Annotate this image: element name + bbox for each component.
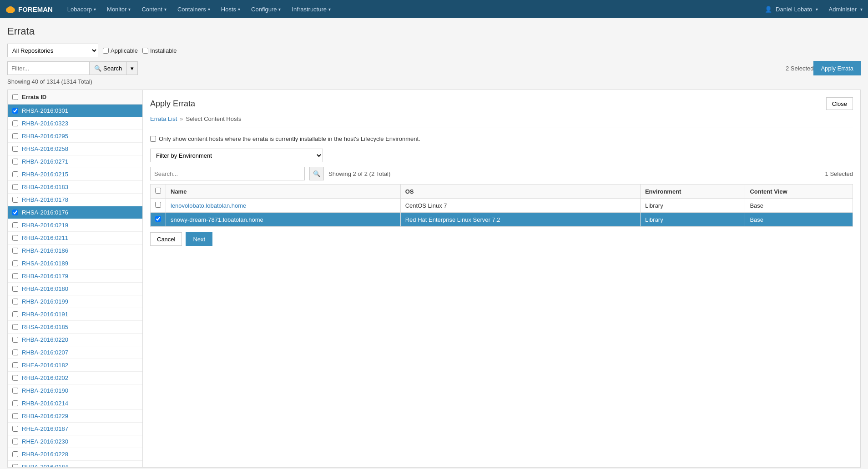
errata-id-link[interactable]: RHBA-2016:0219 bbox=[22, 222, 68, 229]
errata-checkbox[interactable] bbox=[12, 197, 18, 203]
search-dropdown-button[interactable]: ▾ bbox=[127, 61, 138, 75]
errata-checkbox[interactable] bbox=[12, 171, 18, 177]
errata-id-link[interactable]: RHSA-2016:0176 bbox=[22, 209, 68, 216]
list-item[interactable]: RHBA-2016:0220 bbox=[8, 334, 142, 346]
list-item[interactable]: RHBA-2016:0323 bbox=[8, 117, 142, 130]
breadcrumb-errata-list-link[interactable]: Errata List bbox=[150, 115, 177, 122]
table-row[interactable]: snowy-dream-7871.lobatolan.home Red Hat … bbox=[151, 213, 853, 227]
errata-id-link[interactable]: RHEA-2016:0187 bbox=[22, 425, 68, 432]
errata-id-link[interactable]: RHBA-2016:0214 bbox=[22, 400, 68, 407]
installable-checkbox[interactable] bbox=[142, 48, 148, 54]
apply-errata-button[interactable]: Apply Errata bbox=[813, 61, 861, 75]
errata-id-link[interactable]: RHBA-2016:0186 bbox=[22, 247, 68, 254]
errata-id-link[interactable]: RHBA-2016:0295 bbox=[22, 133, 68, 140]
nav-infrastructure[interactable]: Infrastructure ▾ bbox=[286, 0, 336, 18]
hosts-select-all-checkbox[interactable] bbox=[155, 188, 161, 194]
close-button[interactable]: Close bbox=[826, 97, 853, 110]
errata-id-link[interactable]: RHBA-2016:0220 bbox=[22, 336, 68, 343]
errata-id-link[interactable]: RHBA-2016:0183 bbox=[22, 184, 68, 190]
errata-checkbox[interactable] bbox=[12, 439, 18, 444]
repo-select[interactable]: All Repositories bbox=[7, 44, 98, 57]
errata-id-link[interactable]: RHBA-2016:0191 bbox=[22, 311, 68, 318]
list-item[interactable]: RHBA-2016:0202 bbox=[8, 372, 142, 384]
nav-containers[interactable]: Containers ▾ bbox=[172, 0, 216, 18]
errata-checkbox[interactable] bbox=[12, 349, 18, 355]
list-item[interactable]: RHBA-2016:0191 bbox=[8, 308, 142, 321]
list-item[interactable]: RHSA-2016:0185 bbox=[8, 321, 142, 334]
errata-checkbox[interactable] bbox=[12, 235, 18, 241]
errata-id-link[interactable]: RHBA-2016:0190 bbox=[22, 387, 68, 394]
errata-id-link[interactable]: RHSA-2016:0185 bbox=[22, 324, 68, 330]
list-item[interactable]: RHBA-2016:0178 bbox=[8, 194, 142, 206]
errata-id-link[interactable]: RHBA-2016:0323 bbox=[22, 120, 68, 127]
list-item[interactable]: RHBA-2016:0215 bbox=[8, 168, 142, 181]
cancel-button[interactable]: Cancel bbox=[150, 232, 182, 246]
list-item[interactable]: RHBA-2016:0179 bbox=[8, 270, 142, 283]
list-item[interactable]: RHBA-2016:0199 bbox=[8, 295, 142, 308]
errata-checkbox[interactable] bbox=[12, 375, 18, 381]
nav-configure[interactable]: Configure ▾ bbox=[246, 0, 286, 18]
list-item[interactable]: RHSA-2016:0301 bbox=[8, 105, 142, 117]
errata-checkbox[interactable] bbox=[12, 108, 18, 114]
errata-checkbox[interactable] bbox=[12, 299, 18, 304]
errata-checkbox[interactable] bbox=[12, 388, 18, 394]
nav-lobacorp[interactable]: Lobacorp ▾ bbox=[62, 0, 101, 18]
errata-checkbox[interactable] bbox=[12, 337, 18, 343]
errata-id-link[interactable]: RHBA-2016:0228 bbox=[22, 451, 68, 458]
errata-id-link[interactable]: RHSA-2016:0189 bbox=[22, 260, 68, 267]
administer-label[interactable]: Administer bbox=[829, 6, 857, 13]
list-item[interactable]: RHBA-2016:0190 bbox=[8, 384, 142, 397]
errata-checkbox[interactable] bbox=[12, 413, 18, 419]
nav-monitor[interactable]: Monitor ▾ bbox=[101, 0, 136, 18]
list-item[interactable]: RHBA-2016:0180 bbox=[8, 283, 142, 295]
errata-id-link[interactable]: RHBA-2016:0179 bbox=[22, 273, 68, 279]
errata-id-link[interactable]: RHBA-2016:0199 bbox=[22, 298, 68, 305]
errata-id-link[interactable]: RHEA-2016:0230 bbox=[22, 438, 68, 445]
errata-id-link[interactable]: RHBA-2016:0184 bbox=[22, 464, 68, 468]
list-item[interactable]: RHBA-2016:0207 bbox=[8, 346, 142, 359]
errata-id-link[interactable]: RHBA-2016:0180 bbox=[22, 285, 68, 292]
errata-checkbox[interactable] bbox=[12, 159, 18, 165]
errata-id-link[interactable]: RHEA-2016:0182 bbox=[22, 362, 68, 369]
errata-checkbox[interactable] bbox=[12, 464, 18, 468]
list-item[interactable]: RHBA-2016:0186 bbox=[8, 244, 142, 257]
errata-checkbox[interactable] bbox=[12, 311, 18, 317]
host-name-link[interactable]: lenovolobato.lobatolan.home bbox=[171, 202, 246, 209]
host-name-link[interactable]: snowy-dream-7871.lobatolan.home bbox=[171, 216, 263, 223]
host-row-checkbox[interactable] bbox=[155, 202, 161, 208]
lifecycle-checkbox[interactable] bbox=[150, 136, 156, 142]
errata-checkbox[interactable] bbox=[12, 184, 18, 190]
errata-checkbox[interactable] bbox=[12, 324, 18, 330]
list-item[interactable]: RHSA-2016:0176 bbox=[8, 206, 142, 219]
errata-id-link[interactable]: RHBA-2016:0211 bbox=[22, 234, 68, 241]
errata-id-link[interactable]: RHBA-2016:0215 bbox=[22, 171, 68, 178]
nav-hosts[interactable]: Hosts ▾ bbox=[216, 0, 246, 18]
errata-checkbox[interactable] bbox=[12, 133, 18, 139]
list-item[interactable]: RHBA-2016:0214 bbox=[8, 397, 142, 410]
errata-id-link[interactable]: RHBA-2016:0229 bbox=[22, 413, 68, 419]
errata-checkbox[interactable] bbox=[12, 362, 18, 368]
errata-checkbox[interactable] bbox=[12, 451, 18, 457]
list-item[interactable]: RHEA-2016:0230 bbox=[8, 435, 142, 448]
errata-checkbox[interactable] bbox=[12, 260, 18, 266]
errata-checkbox[interactable] bbox=[12, 273, 18, 279]
errata-checkbox[interactable] bbox=[12, 146, 18, 152]
host-row-checkbox[interactable] bbox=[155, 216, 161, 222]
list-item[interactable]: RHEA-2016:0187 bbox=[8, 423, 142, 435]
search-button[interactable]: 🔍 Search bbox=[89, 61, 127, 75]
next-button[interactable]: Next bbox=[186, 232, 212, 246]
errata-checkbox[interactable] bbox=[12, 400, 18, 406]
list-item[interactable]: RHSA-2016:0258 bbox=[8, 143, 142, 155]
list-item[interactable]: RHBA-2016:0228 bbox=[8, 448, 142, 461]
user-menu[interactable]: 👤 Daniel Lobato ▾ Administer ▾ bbox=[765, 6, 863, 13]
list-item[interactable]: RHBA-2016:0295 bbox=[8, 130, 142, 143]
errata-checkbox[interactable] bbox=[12, 222, 18, 228]
errata-checkbox[interactable] bbox=[12, 426, 18, 432]
applicable-checkbox[interactable] bbox=[103, 48, 109, 54]
errata-checkbox[interactable] bbox=[12, 286, 18, 292]
errata-id-link[interactable]: RHSA-2016:0301 bbox=[22, 107, 68, 114]
errata-id-link[interactable]: RHBA-2016:0178 bbox=[22, 196, 68, 203]
errata-checkbox[interactable] bbox=[12, 210, 18, 215]
env-filter-select[interactable]: Filter by Environment bbox=[150, 149, 323, 162]
list-item[interactable]: RHEA-2016:0182 bbox=[8, 359, 142, 372]
